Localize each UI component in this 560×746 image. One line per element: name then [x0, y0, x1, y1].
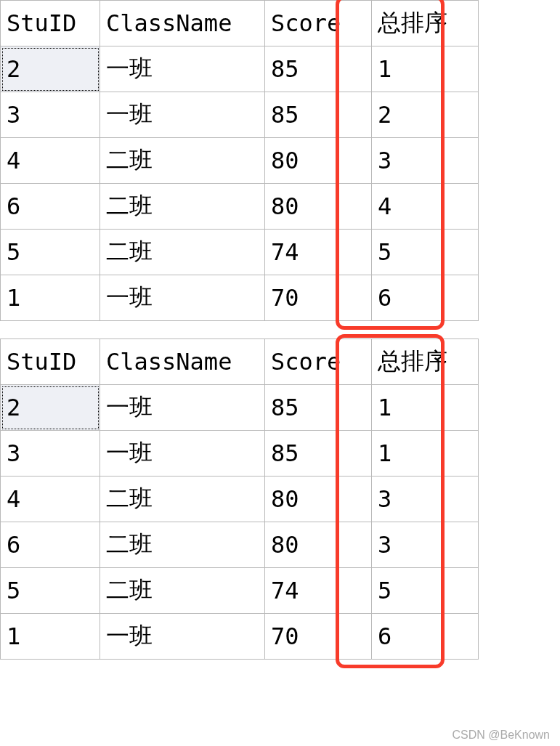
table-row: 5 二班 74 5 [1, 568, 479, 614]
cell-score[interactable]: 80 [265, 477, 372, 522]
cell-rank[interactable]: 6 [372, 614, 479, 660]
cell-rank[interactable]: 2 [372, 92, 479, 138]
cell-rank[interactable]: 1 [372, 431, 479, 477]
cell-rank[interactable]: 3 [372, 138, 479, 184]
cell-stuid[interactable]: 4 [1, 477, 100, 522]
cell-stuid[interactable]: 3 [1, 92, 100, 138]
cell-classname[interactable]: 二班 [100, 184, 265, 230]
header-rank[interactable]: 总排序 [372, 339, 479, 385]
cell-stuid[interactable]: 3 [1, 431, 100, 477]
table-row: 3 一班 85 2 [1, 92, 479, 138]
header-stuid[interactable]: StuID [1, 1, 100, 46]
cell-classname[interactable]: 一班 [100, 385, 265, 431]
cell-stuid[interactable]: 5 [1, 230, 100, 275]
table-row: 3 一班 85 1 [1, 431, 479, 477]
table-row: 6 二班 80 3 [1, 522, 479, 568]
cell-rank[interactable]: 1 [372, 46, 479, 92]
cell-classname[interactable]: 二班 [100, 477, 265, 522]
cell-classname[interactable]: 二班 [100, 230, 265, 275]
cell-stuid[interactable]: 1 [1, 614, 100, 660]
table-row: 4 二班 80 3 [1, 477, 479, 522]
table-row: 6 二班 80 4 [1, 184, 479, 230]
header-score[interactable]: Score [265, 1, 372, 46]
cell-score[interactable]: 85 [265, 431, 372, 477]
table-row: 5 二班 74 5 [1, 230, 479, 275]
cell-score[interactable]: 70 [265, 614, 372, 660]
table-row: 2 一班 85 1 [1, 46, 479, 92]
cell-stuid[interactable]: 6 [1, 184, 100, 230]
cell-score[interactable]: 74 [265, 230, 372, 275]
header-classname[interactable]: ClassName [100, 1, 265, 46]
header-row: StuID ClassName Score 总排序 [1, 339, 479, 385]
cell-stuid[interactable]: 2 [1, 46, 100, 92]
header-rank[interactable]: 总排序 [372, 1, 479, 46]
cell-classname[interactable]: 一班 [100, 275, 265, 321]
table-row: 2 一班 85 1 [1, 385, 479, 431]
cell-classname[interactable]: 一班 [100, 46, 265, 92]
cell-score[interactable]: 74 [265, 568, 372, 614]
cell-score[interactable]: 85 [265, 92, 372, 138]
cell-rank[interactable]: 5 [372, 230, 479, 275]
table-2[interactable]: StuID ClassName Score 总排序 2 一班 85 1 3 一班… [0, 338, 479, 660]
header-stuid[interactable]: StuID [1, 339, 100, 385]
cell-stuid[interactable]: 4 [1, 138, 100, 184]
table-row: 4 二班 80 3 [1, 138, 479, 184]
result-grid-2: StuID ClassName Score 总排序 2 一班 85 1 3 一班… [0, 338, 560, 660]
cell-score[interactable]: 85 [265, 46, 372, 92]
cell-stuid[interactable]: 2 [1, 385, 100, 431]
header-row: StuID ClassName Score 总排序 [1, 1, 479, 46]
cell-score[interactable]: 70 [265, 275, 372, 321]
cell-score[interactable]: 80 [265, 522, 372, 568]
cell-classname[interactable]: 二班 [100, 568, 265, 614]
cell-stuid[interactable]: 5 [1, 568, 100, 614]
cell-rank[interactable]: 4 [372, 184, 479, 230]
cell-score[interactable]: 80 [265, 184, 372, 230]
table-row: 1 一班 70 6 [1, 275, 479, 321]
cell-score[interactable]: 85 [265, 385, 372, 431]
cell-rank[interactable]: 1 [372, 385, 479, 431]
cell-classname[interactable]: 一班 [100, 614, 265, 660]
cell-classname[interactable]: 二班 [100, 522, 265, 568]
cell-rank[interactable]: 3 [372, 522, 479, 568]
table-1[interactable]: StuID ClassName Score 总排序 2 一班 85 1 3 一班… [0, 0, 479, 321]
cell-classname[interactable]: 一班 [100, 431, 265, 477]
header-classname[interactable]: ClassName [100, 339, 265, 385]
watermark: CSDN @BeKnown [452, 729, 550, 742]
cell-stuid[interactable]: 6 [1, 522, 100, 568]
header-score[interactable]: Score [265, 339, 372, 385]
cell-rank[interactable]: 5 [372, 568, 479, 614]
table-row: 1 一班 70 6 [1, 614, 479, 660]
cell-score[interactable]: 80 [265, 138, 372, 184]
cell-rank[interactable]: 6 [372, 275, 479, 321]
cell-rank[interactable]: 3 [372, 477, 479, 522]
cell-classname[interactable]: 二班 [100, 138, 265, 184]
cell-stuid[interactable]: 1 [1, 275, 100, 321]
result-grid-1: StuID ClassName Score 总排序 2 一班 85 1 3 一班… [0, 0, 560, 321]
cell-classname[interactable]: 一班 [100, 92, 265, 138]
